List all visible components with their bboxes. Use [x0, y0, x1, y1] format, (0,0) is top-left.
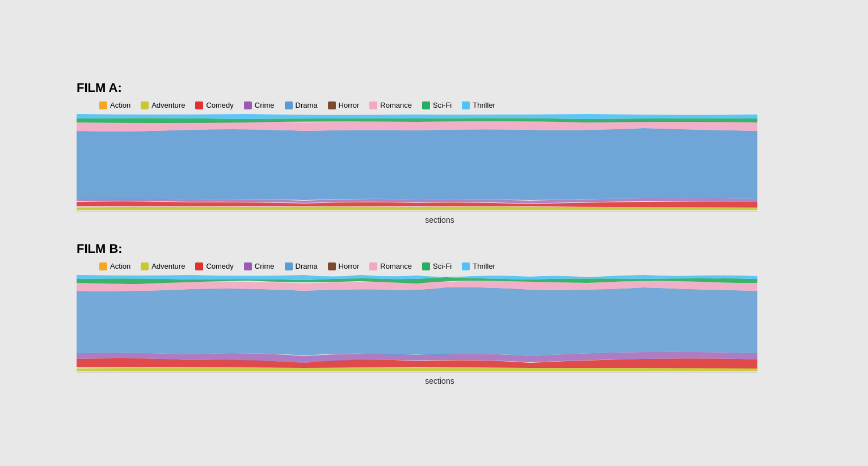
film-a-x-label: sections	[77, 215, 803, 224]
svg-text:50: 50	[498, 374, 506, 374]
main-container: FILM A: ActionAdventureComedyCrimeDramaH…	[65, 81, 803, 385]
legend-label-romance: Romance	[380, 101, 412, 109]
svg-text:10: 10	[158, 374, 166, 374]
legend-color-drama	[285, 262, 293, 270]
legend-color-romance	[369, 101, 377, 109]
legend-color-action	[99, 262, 107, 270]
svg-text:0: 0	[77, 213, 79, 213]
legend-color-horror	[328, 101, 336, 109]
legend-color-thriller	[462, 101, 470, 109]
legend-label-scifi: Sci-Fi	[433, 262, 452, 270]
legend-label-action: Action	[110, 101, 130, 109]
legend-item-comedy: Comedy	[195, 262, 233, 270]
legend-item-romance: Romance	[369, 262, 412, 270]
legend-color-comedy	[195, 262, 203, 270]
film-a-title: FILM A:	[77, 81, 803, 95]
film-b-chart-wrapper: 0 10 20 30 40 50 60 70 80 sections	[77, 275, 803, 385]
film-b-chart: 0 10 20 30 40 50 60 70 80	[77, 275, 757, 374]
legend-color-comedy	[195, 101, 203, 109]
legend-item-drama: Drama	[285, 262, 318, 270]
legend-item-thriller: Thriller	[462, 262, 495, 270]
svg-text:0: 0	[77, 374, 79, 374]
legend-item-crime: Crime	[244, 101, 275, 109]
film-b-section: FILM B: ActionAdventureComedyCrimeDramaH…	[65, 242, 803, 385]
legend-item-drama: Drama	[285, 101, 318, 109]
film-b-title: FILM B:	[77, 242, 803, 256]
legend-label-drama: Drama	[296, 101, 318, 109]
legend-label-crime: Crime	[255, 101, 275, 109]
legend-label-comedy: Comedy	[206, 262, 233, 270]
legend-color-adventure	[141, 101, 149, 109]
svg-text:40: 40	[413, 374, 421, 374]
legend-label-adventure: Adventure	[151, 262, 185, 270]
legend-color-crime	[244, 262, 252, 270]
legend-item-horror: Horror	[328, 101, 360, 109]
film-a-legend: ActionAdventureComedyCrimeDramaHorrorRom…	[99, 101, 803, 109]
legend-label-thriller: Thriller	[473, 101, 495, 109]
svg-text:50: 50	[753, 213, 757, 213]
legend-color-scifi	[422, 262, 430, 270]
legend-color-scifi	[422, 101, 430, 109]
svg-text:10: 10	[209, 213, 217, 213]
legend-item-comedy: Comedy	[195, 101, 233, 109]
legend-label-comedy: Comedy	[206, 101, 233, 109]
legend-label-crime: Crime	[255, 262, 275, 270]
film-a-chart: 0 10 20 30 40 50	[77, 114, 757, 213]
legend-label-romance: Romance	[380, 262, 412, 270]
legend-color-thriller	[462, 262, 470, 270]
legend-label-adventure: Adventure	[151, 101, 185, 109]
legend-color-horror	[328, 262, 336, 270]
legend-color-adventure	[141, 262, 149, 270]
legend-label-thriller: Thriller	[473, 262, 495, 270]
legend-color-drama	[285, 101, 293, 109]
legend-item-scifi: Sci-Fi	[422, 262, 452, 270]
film-a-chart-wrapper: 0 10 20 30 40 50 sections	[77, 114, 803, 224]
svg-text:60: 60	[583, 374, 591, 374]
film-b-x-label: sections	[77, 376, 803, 385]
legend-item-horror: Horror	[328, 262, 360, 270]
legend-label-horror: Horror	[339, 262, 360, 270]
legend-item-action: Action	[99, 101, 130, 109]
legend-label-scifi: Sci-Fi	[433, 101, 452, 109]
svg-text:40: 40	[617, 213, 625, 213]
svg-text:70: 70	[668, 374, 676, 374]
legend-color-action	[99, 101, 107, 109]
svg-text:20: 20	[243, 374, 251, 374]
legend-item-action: Action	[99, 262, 130, 270]
svg-text:30: 30	[481, 213, 489, 213]
legend-item-adventure: Adventure	[141, 101, 185, 109]
legend-item-adventure: Adventure	[141, 262, 185, 270]
legend-color-crime	[244, 101, 252, 109]
legend-item-romance: Romance	[369, 101, 412, 109]
svg-text:80: 80	[753, 374, 757, 374]
legend-label-drama: Drama	[296, 262, 318, 270]
legend-label-horror: Horror	[339, 101, 360, 109]
svg-text:20: 20	[345, 213, 353, 213]
legend-label-action: Action	[110, 262, 130, 270]
svg-text:30: 30	[328, 374, 336, 374]
film-a-section: FILM A: ActionAdventureComedyCrimeDramaH…	[65, 81, 803, 224]
film-b-legend: ActionAdventureComedyCrimeDramaHorrorRom…	[99, 262, 803, 270]
legend-color-romance	[369, 262, 377, 270]
legend-item-crime: Crime	[244, 262, 275, 270]
legend-item-scifi: Sci-Fi	[422, 101, 452, 109]
legend-item-thriller: Thriller	[462, 101, 495, 109]
